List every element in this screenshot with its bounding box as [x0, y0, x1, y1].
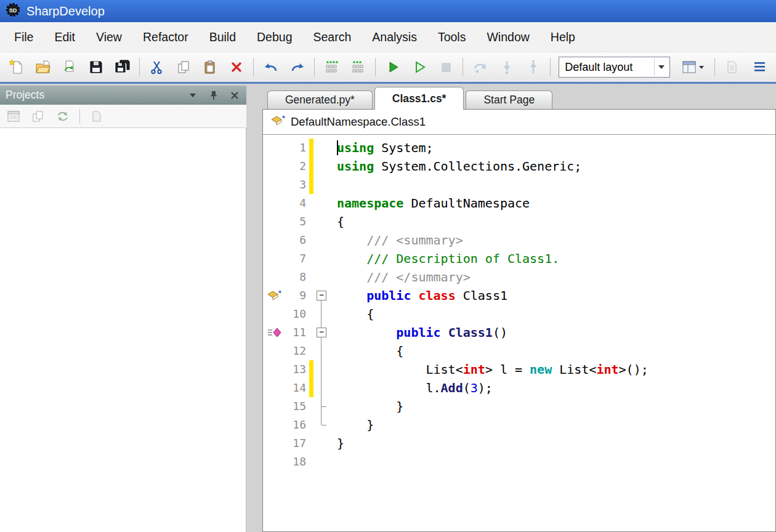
- menu-edit[interactable]: Edit: [44, 22, 86, 52]
- class-navigation-bar[interactable]: DefaultNamespace.Class1: [263, 110, 775, 135]
- code-text[interactable]: {: [329, 305, 374, 323]
- step-over-button[interactable]: [467, 55, 493, 79]
- line-number: 14: [286, 379, 309, 397]
- code-text[interactable]: public class Class1: [329, 286, 507, 305]
- menu-file[interactable]: File: [4, 22, 44, 52]
- panel-close-button[interactable]: [228, 89, 241, 102]
- preview-document-button[interactable]: [87, 107, 107, 126]
- properties-button[interactable]: [4, 107, 23, 126]
- icon-margin[interactable]: [263, 379, 286, 397]
- icon-margin[interactable]: [263, 157, 286, 175]
- icon-margin[interactable]: [263, 249, 286, 268]
- method-icon[interactable]: [263, 323, 286, 342]
- code-text[interactable]: l.Add(3);: [329, 379, 493, 397]
- line-number: 12: [286, 342, 309, 360]
- toolbar-separator: [314, 58, 315, 76]
- class-icon[interactable]: [263, 286, 286, 305]
- projects-panel-header[interactable]: Projects: [0, 86, 246, 105]
- code-text[interactable]: /// <summary>: [329, 231, 463, 249]
- projects-tree-area[interactable]: [0, 128, 246, 532]
- code-text[interactable]: {: [329, 212, 344, 231]
- window-layout-button[interactable]: [675, 55, 710, 79]
- code-text[interactable]: public Class1(): [329, 323, 507, 342]
- icon-margin[interactable]: [263, 194, 286, 212]
- panel-pin-button[interactable]: [208, 89, 220, 102]
- icon-margin[interactable]: [263, 305, 286, 323]
- fold-box-mid[interactable]: −: [313, 323, 329, 342]
- fold-box-start[interactable]: −: [313, 286, 329, 305]
- icon-margin[interactable]: [263, 212, 286, 231]
- icon-margin[interactable]: [263, 434, 286, 453]
- menu-search[interactable]: Search: [303, 22, 362, 52]
- document-icon: [91, 110, 103, 123]
- save-file-button[interactable]: [83, 55, 108, 79]
- tab-start-page[interactable]: Start Page: [466, 91, 552, 109]
- menu-refactor[interactable]: Refactor: [132, 22, 199, 52]
- code-text[interactable]: using System;: [329, 139, 434, 157]
- panel-splitter[interactable]: [246, 86, 262, 532]
- menu-tools[interactable]: Tools: [427, 22, 477, 52]
- chevron-down-icon[interactable]: [654, 58, 668, 76]
- copy-button[interactable]: [171, 55, 196, 79]
- delete-button[interactable]: [224, 55, 249, 79]
- code-text[interactable]: List<int> l = new List<int>();: [329, 360, 649, 379]
- icon-margin[interactable]: [263, 139, 286, 157]
- layout-combobox[interactable]: Default layout: [559, 57, 670, 78]
- code-text[interactable]: namespace DefaultNamespace: [329, 194, 530, 212]
- icon-margin[interactable]: [263, 231, 286, 249]
- save-all-button[interactable]: [110, 55, 135, 79]
- run-button[interactable]: [380, 55, 405, 79]
- code-text[interactable]: }: [329, 416, 374, 434]
- code-text[interactable]: }: [329, 397, 403, 416]
- new-file-button[interactable]: [4, 55, 29, 79]
- code-text[interactable]: [329, 453, 337, 471]
- code-text[interactable]: using System.Collections.Generic;: [329, 157, 581, 175]
- code-editor[interactable]: 1using System;2using System.Collections.…: [263, 135, 775, 531]
- window-title: SharpDevelop: [26, 4, 105, 18]
- undo-button[interactable]: [258, 55, 283, 79]
- icon-margin[interactable]: [263, 268, 286, 286]
- menu-help[interactable]: Help: [540, 22, 586, 52]
- paste-button[interactable]: [197, 55, 222, 79]
- step-into-button[interactable]: [494, 55, 519, 79]
- icon-margin[interactable]: [263, 175, 286, 194]
- code-text[interactable]: [329, 175, 337, 194]
- panel-menu-button[interactable]: [187, 89, 199, 102]
- icon-margin[interactable]: [263, 453, 286, 471]
- refresh-button[interactable]: [53, 107, 73, 126]
- tab-generated-py[interactable]: Generated.py*: [267, 91, 373, 109]
- code-text[interactable]: {: [329, 342, 403, 360]
- justify-lines-button[interactable]: [747, 55, 772, 79]
- uncomment-region-button[interactable]: [346, 55, 371, 79]
- icon-margin[interactable]: [263, 416, 286, 434]
- menu-debug[interactable]: Debug: [246, 22, 302, 52]
- copy-items-button[interactable]: [28, 107, 48, 126]
- icon-margin[interactable]: [263, 360, 286, 379]
- line-number: 4: [286, 194, 309, 212]
- run-without-debugger-button[interactable]: [406, 55, 432, 79]
- redo-button[interactable]: [285, 55, 310, 79]
- icon-margin[interactable]: [263, 397, 286, 416]
- menu-window[interactable]: Window: [476, 22, 540, 52]
- reload-file-button[interactable]: [57, 55, 82, 79]
- fold-collapse-box[interactable]: −: [317, 291, 326, 300]
- code-text[interactable]: /// </summary>: [329, 268, 471, 286]
- stop-button[interactable]: [433, 55, 458, 79]
- code-text[interactable]: /// Description of Class1.: [329, 249, 559, 268]
- open-file-button[interactable]: [30, 55, 55, 79]
- step-out-button[interactable]: [520, 55, 546, 79]
- menu-view[interactable]: View: [86, 22, 132, 52]
- line-number: 5: [286, 212, 309, 231]
- code-line: 16 }: [263, 416, 775, 434]
- document-button[interactable]: [719, 55, 745, 79]
- toolbar-separator: [375, 58, 376, 76]
- code-text[interactable]: }: [329, 434, 344, 453]
- fold-collapse-box[interactable]: −: [317, 328, 326, 337]
- menu-build[interactable]: Build: [199, 22, 246, 52]
- tab-class1-cs[interactable]: Class1.cs*: [374, 87, 464, 110]
- cut-button[interactable]: [144, 55, 169, 79]
- comment-region-button[interactable]: [319, 55, 344, 79]
- icon-margin[interactable]: [263, 342, 286, 360]
- change-margin: [309, 453, 313, 471]
- menu-analysis[interactable]: Analysis: [362, 22, 427, 52]
